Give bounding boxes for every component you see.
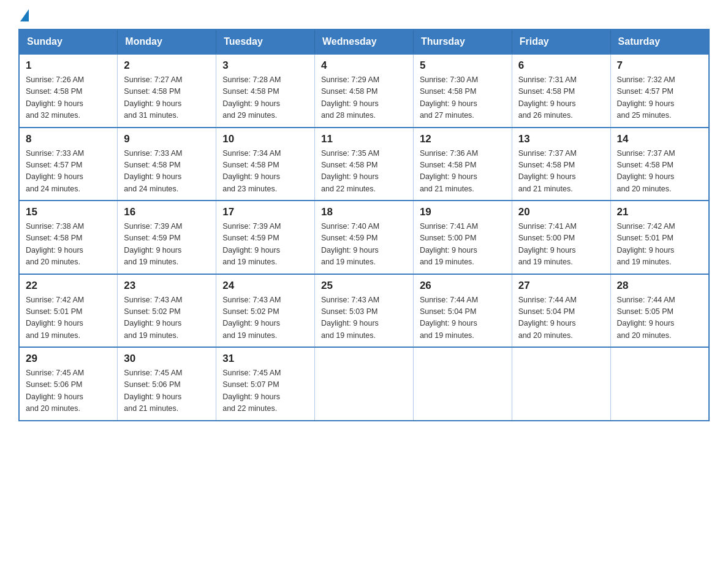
day-info: Sunrise: 7:38 AM Sunset: 4:58 PM Dayligh… [26,221,111,269]
logo-text [18,12,29,21]
calendar-cell: 31 Sunrise: 7:45 AM Sunset: 5:07 PM Dayl… [216,347,315,421]
day-info: Sunrise: 7:41 AM Sunset: 5:00 PM Dayligh… [518,221,604,269]
day-number: 9 [124,133,210,145]
day-info: Sunrise: 7:31 AM Sunset: 4:58 PM Dayligh… [518,74,604,122]
calendar-day-header: Tuesday [216,29,315,54]
calendar-cell: 17 Sunrise: 7:39 AM Sunset: 4:59 PM Dayl… [216,201,315,274]
calendar-day-header: Thursday [413,29,512,54]
calendar-cell: 19 Sunrise: 7:41 AM Sunset: 5:00 PM Dayl… [413,201,512,274]
day-info: Sunrise: 7:35 AM Sunset: 4:58 PM Dayligh… [321,148,407,196]
calendar-cell: 6 Sunrise: 7:31 AM Sunset: 4:58 PM Dayli… [512,54,610,128]
calendar-cell [315,347,414,421]
day-number: 20 [518,206,604,218]
day-info: Sunrise: 7:27 AM Sunset: 4:58 PM Dayligh… [124,74,210,122]
calendar-cell: 27 Sunrise: 7:44 AM Sunset: 5:04 PM Dayl… [512,274,610,348]
calendar-cell: 8 Sunrise: 7:33 AM Sunset: 4:57 PM Dayli… [19,128,118,201]
day-number: 29 [26,353,111,365]
day-info: Sunrise: 7:29 AM Sunset: 4:58 PM Dayligh… [321,74,407,122]
day-info: Sunrise: 7:34 AM Sunset: 4:58 PM Dayligh… [222,148,308,196]
calendar-table: SundayMondayTuesdayWednesdayThursdayFrid… [18,29,710,421]
day-info: Sunrise: 7:44 AM Sunset: 5:05 PM Dayligh… [617,294,702,342]
calendar-cell: 23 Sunrise: 7:43 AM Sunset: 5:02 PM Dayl… [118,274,216,348]
calendar-cell: 18 Sunrise: 7:40 AM Sunset: 4:59 PM Dayl… [315,201,414,274]
day-info: Sunrise: 7:42 AM Sunset: 5:01 PM Dayligh… [617,221,702,269]
day-info: Sunrise: 7:32 AM Sunset: 4:57 PM Dayligh… [617,74,702,122]
day-number: 26 [420,280,506,292]
calendar-week-row: 1 Sunrise: 7:26 AM Sunset: 4:58 PM Dayli… [19,54,709,128]
day-info: Sunrise: 7:40 AM Sunset: 4:59 PM Dayligh… [321,221,407,269]
day-info: Sunrise: 7:28 AM Sunset: 4:58 PM Dayligh… [222,74,308,122]
day-number: 5 [420,59,506,72]
calendar-cell: 10 Sunrise: 7:34 AM Sunset: 4:58 PM Dayl… [216,128,315,201]
calendar-cell: 26 Sunrise: 7:44 AM Sunset: 5:04 PM Dayl… [413,274,512,348]
day-number: 19 [420,206,506,218]
day-info: Sunrise: 7:39 AM Sunset: 4:59 PM Dayligh… [222,221,308,269]
day-info: Sunrise: 7:26 AM Sunset: 4:58 PM Dayligh… [26,74,111,122]
day-number: 7 [617,59,702,72]
calendar-cell: 14 Sunrise: 7:37 AM Sunset: 4:58 PM Dayl… [610,128,709,201]
day-number: 12 [420,133,506,145]
day-number: 13 [518,133,604,145]
day-number: 1 [26,59,111,72]
calendar-day-header: Wednesday [315,29,414,54]
calendar-cell: 29 Sunrise: 7:45 AM Sunset: 5:06 PM Dayl… [19,347,118,421]
day-number: 30 [124,353,210,365]
day-number: 11 [321,133,407,145]
day-number: 21 [617,206,702,218]
day-number: 25 [321,280,407,292]
calendar-cell: 2 Sunrise: 7:27 AM Sunset: 4:58 PM Dayli… [118,54,216,128]
day-info: Sunrise: 7:41 AM Sunset: 5:00 PM Dayligh… [420,221,506,269]
calendar-cell: 15 Sunrise: 7:38 AM Sunset: 4:58 PM Dayl… [19,201,118,274]
calendar-cell: 7 Sunrise: 7:32 AM Sunset: 4:57 PM Dayli… [610,54,709,128]
calendar-day-header: Saturday [610,29,709,54]
day-number: 3 [222,59,308,72]
day-info: Sunrise: 7:33 AM Sunset: 4:58 PM Dayligh… [124,148,210,196]
day-number: 27 [518,280,604,292]
day-info: Sunrise: 7:37 AM Sunset: 4:58 PM Dayligh… [518,148,604,196]
logo [18,12,29,17]
calendar-header-row: SundayMondayTuesdayWednesdayThursdayFrid… [19,29,709,54]
calendar-cell: 24 Sunrise: 7:43 AM Sunset: 5:02 PM Dayl… [216,274,315,348]
calendar-cell: 30 Sunrise: 7:45 AM Sunset: 5:06 PM Dayl… [118,347,216,421]
day-number: 16 [124,206,210,218]
day-number: 28 [617,280,702,292]
day-number: 2 [124,59,210,72]
page-header [18,12,710,17]
calendar-day-header: Sunday [19,29,118,54]
calendar-week-row: 22 Sunrise: 7:42 AM Sunset: 5:01 PM Dayl… [19,274,709,348]
day-number: 15 [26,206,111,218]
day-info: Sunrise: 7:36 AM Sunset: 4:58 PM Dayligh… [420,148,506,196]
calendar-cell: 13 Sunrise: 7:37 AM Sunset: 4:58 PM Dayl… [512,128,610,201]
calendar-cell: 11 Sunrise: 7:35 AM Sunset: 4:58 PM Dayl… [315,128,414,201]
day-number: 24 [222,280,308,292]
day-number: 17 [222,206,308,218]
day-info: Sunrise: 7:44 AM Sunset: 5:04 PM Dayligh… [518,294,604,342]
calendar-cell: 1 Sunrise: 7:26 AM Sunset: 4:58 PM Dayli… [19,54,118,128]
day-info: Sunrise: 7:30 AM Sunset: 4:58 PM Dayligh… [420,74,506,122]
day-info: Sunrise: 7:45 AM Sunset: 5:06 PM Dayligh… [26,367,111,415]
day-info: Sunrise: 7:33 AM Sunset: 4:57 PM Dayligh… [26,148,111,196]
calendar-week-row: 15 Sunrise: 7:38 AM Sunset: 4:58 PM Dayl… [19,201,709,274]
calendar-week-row: 8 Sunrise: 7:33 AM Sunset: 4:57 PM Dayli… [19,128,709,201]
day-number: 14 [617,133,702,145]
calendar-cell: 12 Sunrise: 7:36 AM Sunset: 4:58 PM Dayl… [413,128,512,201]
day-number: 22 [26,280,111,292]
day-info: Sunrise: 7:43 AM Sunset: 5:02 PM Dayligh… [124,294,210,342]
day-info: Sunrise: 7:42 AM Sunset: 5:01 PM Dayligh… [26,294,111,342]
calendar-day-header: Monday [118,29,216,54]
day-number: 31 [222,353,308,365]
calendar-cell: 21 Sunrise: 7:42 AM Sunset: 5:01 PM Dayl… [610,201,709,274]
calendar-cell: 16 Sunrise: 7:39 AM Sunset: 4:59 PM Dayl… [118,201,216,274]
day-number: 23 [124,280,210,292]
calendar-day-header: Friday [512,29,610,54]
logo-triangle-icon [20,9,29,21]
calendar-cell: 22 Sunrise: 7:42 AM Sunset: 5:01 PM Dayl… [19,274,118,348]
day-number: 10 [222,133,308,145]
calendar-cell: 5 Sunrise: 7:30 AM Sunset: 4:58 PM Dayli… [413,54,512,128]
calendar-cell: 4 Sunrise: 7:29 AM Sunset: 4:58 PM Dayli… [315,54,414,128]
calendar-cell [413,347,512,421]
calendar-cell: 9 Sunrise: 7:33 AM Sunset: 4:58 PM Dayli… [118,128,216,201]
day-info: Sunrise: 7:37 AM Sunset: 4:58 PM Dayligh… [617,148,702,196]
day-info: Sunrise: 7:43 AM Sunset: 5:03 PM Dayligh… [321,294,407,342]
calendar-cell: 25 Sunrise: 7:43 AM Sunset: 5:03 PM Dayl… [315,274,414,348]
